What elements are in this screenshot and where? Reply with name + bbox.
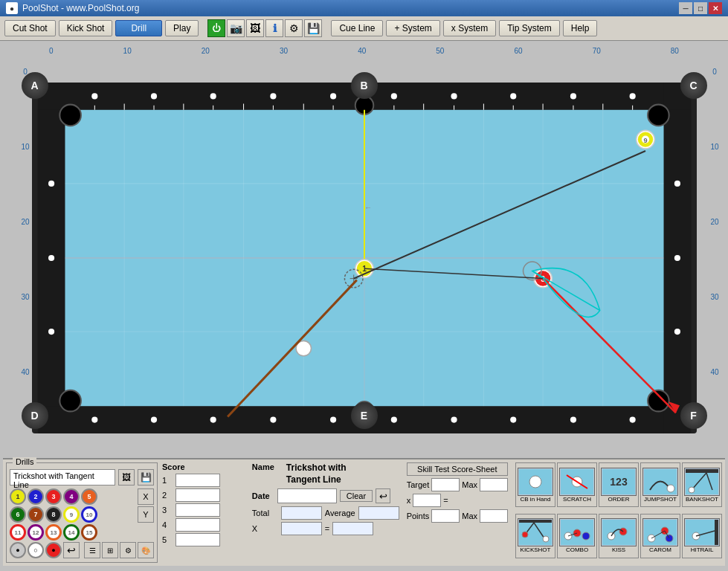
ball-2[interactable]: 2 xyxy=(28,488,44,505)
drill-save-btn[interactable]: 💾 xyxy=(138,469,154,485)
scratch-label: SCRATCH xyxy=(563,496,591,503)
jumpshot-btn[interactable]: JUMPSHOT xyxy=(640,462,680,507)
settings-icon[interactable]: ⚙ xyxy=(285,19,303,37)
total-input[interactable] xyxy=(281,506,322,520)
ball-6[interactable]: 6 xyxy=(10,506,26,523)
max-input-2[interactable] xyxy=(480,509,508,523)
score-input-5[interactable] xyxy=(175,533,220,546)
average-input[interactable] xyxy=(358,506,399,520)
points-input[interactable] xyxy=(431,509,460,523)
score-num-4: 4 xyxy=(162,518,173,532)
ball-9[interactable]: 9 xyxy=(63,506,80,523)
right-20: 20 xyxy=(710,218,718,226)
ball-12[interactable]: 12 xyxy=(28,524,44,541)
color-btn[interactable]: 🎨 xyxy=(138,542,154,558)
name-date-section: Name Trickshot withTangent Line Date Cle… xyxy=(252,462,399,563)
hitrail-btn[interactable]: HITRAIL xyxy=(682,514,722,558)
svg-point-65 xyxy=(59,104,81,126)
ball-1[interactable]: 1 xyxy=(10,488,26,505)
combo-btn[interactable]: COMBO xyxy=(557,514,597,558)
score-num-5: 5 xyxy=(162,533,173,546)
cue-ball[interactable]: ● xyxy=(10,542,26,558)
undo-btn[interactable]: ↩ xyxy=(63,542,80,558)
ball-7[interactable]: 7 xyxy=(28,506,44,523)
ball-8[interactable]: 8 xyxy=(45,506,62,523)
x-system-button[interactable]: x System xyxy=(443,20,496,36)
ball-3[interactable]: 3 xyxy=(45,488,62,505)
name-label: Name xyxy=(252,462,282,471)
maximize-button[interactable]: □ xyxy=(694,2,707,14)
target-row: Target Max xyxy=(407,478,508,491)
max-input-1[interactable] xyxy=(480,478,508,491)
max-label-2: Max xyxy=(462,512,477,520)
date-row: Date Clear ↩ xyxy=(252,488,399,503)
bankshot-btn[interactable]: BANKSHOT xyxy=(682,462,722,507)
x-btn-1[interactable]: X xyxy=(138,488,154,505)
drill-button[interactable]: Drill xyxy=(115,20,162,36)
bankshot-label: BANKSHOT xyxy=(686,496,718,503)
save-icon[interactable]: 💾 xyxy=(304,19,322,37)
ball-5[interactable]: 5 xyxy=(81,488,97,505)
score-input-3[interactable] xyxy=(175,503,220,517)
kickshot-btn[interactable]: KICKSHOT xyxy=(515,514,555,558)
photo-icon[interactable]: 🖼 xyxy=(246,19,264,37)
clear-button[interactable]: Clear xyxy=(340,490,373,502)
combo-label: COMBO xyxy=(566,546,588,553)
cb-in-hand-btn[interactable]: CB in Hand xyxy=(515,462,555,507)
svg-point-48 xyxy=(629,93,635,99)
help-button[interactable]: Help xyxy=(563,20,598,36)
list-btn[interactable]: ☰ xyxy=(84,542,100,558)
pool-table-wrapper[interactable]: A B C D E F xyxy=(19,69,710,433)
ball-15[interactable]: 15 xyxy=(81,524,97,541)
undo-date-btn[interactable]: ↩ xyxy=(376,488,390,503)
scratch-btn[interactable]: SCRATCH xyxy=(557,462,597,507)
svg-point-40 xyxy=(150,93,156,99)
close-button[interactable]: ✕ xyxy=(709,2,722,14)
x-input[interactable] xyxy=(281,522,322,535)
grid-btn[interactable]: ⊞ xyxy=(102,542,118,558)
svg-rect-115 xyxy=(602,520,635,545)
ball-4[interactable]: 4 xyxy=(63,488,80,505)
info-icon[interactable]: ℹ xyxy=(265,19,283,37)
score-input-4[interactable] xyxy=(175,518,220,532)
svg-point-54 xyxy=(390,416,396,422)
plus-system-button[interactable]: + System xyxy=(386,20,439,36)
y-btn-1[interactable]: Y xyxy=(138,506,154,523)
order-btn[interactable]: 123 ORDER xyxy=(599,462,639,507)
white-ball[interactable]: ○ xyxy=(28,542,44,558)
name-value: Trickshot withTangent Line xyxy=(286,462,347,485)
multiply-input[interactable] xyxy=(413,494,441,507)
carom-btn[interactable]: CAROM xyxy=(640,514,680,558)
red-ball[interactable]: ● xyxy=(45,542,62,558)
score-numbers: 1 2 3 4 5 xyxy=(162,474,173,546)
score-input-2[interactable] xyxy=(175,488,220,502)
score-input-1[interactable] xyxy=(175,474,220,487)
svg-text:↑: ↑ xyxy=(364,206,372,210)
x-result-input[interactable] xyxy=(332,522,373,535)
svg-text:123: 123 xyxy=(610,476,628,488)
ball-14[interactable]: 14 xyxy=(63,524,80,541)
config-btn[interactable]: ⚙ xyxy=(120,542,136,558)
x-label: X xyxy=(252,524,278,533)
svg-point-42 xyxy=(270,93,276,99)
ball-10[interactable]: 10 xyxy=(81,506,97,523)
kick-shot-button[interactable]: Kick Shot xyxy=(59,20,113,36)
power-icon[interactable]: ⏻ xyxy=(207,19,225,37)
target-input[interactable] xyxy=(431,478,460,491)
right-10: 10 xyxy=(710,143,718,151)
minimize-button[interactable]: ─ xyxy=(679,2,692,14)
ball-11[interactable]: 11 xyxy=(10,524,26,541)
svg-rect-107 xyxy=(519,520,552,523)
ball-13[interactable]: 13 xyxy=(45,524,62,541)
camera-icon[interactable]: 📷 xyxy=(227,19,245,37)
tip-system-button[interactable]: Tip System xyxy=(499,20,560,36)
play-button[interactable]: Play xyxy=(165,20,199,36)
score-rows: 1 2 3 4 5 xyxy=(162,474,245,546)
date-input[interactable] xyxy=(277,488,337,503)
skill-test-button[interactable]: Skill Test Score-Sheet xyxy=(407,462,508,476)
drill-image-btn[interactable]: 🖼 xyxy=(118,469,135,485)
kiss-btn[interactable]: KISS xyxy=(599,514,639,558)
cut-shot-button[interactable]: Cut Shot xyxy=(4,20,56,36)
ruler-10: 10 xyxy=(123,47,132,59)
cue-line-button[interactable]: Cue Line xyxy=(331,20,383,36)
